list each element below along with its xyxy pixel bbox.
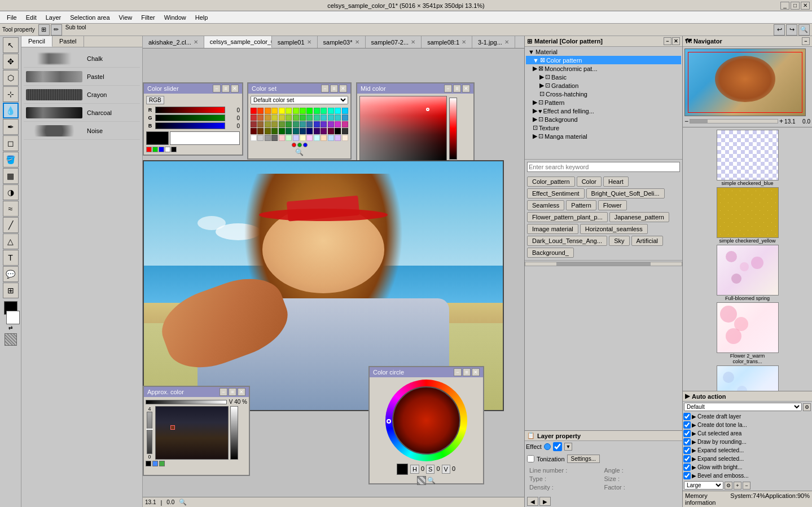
- tree-monochromic[interactable]: ▶ ⊠ Monochromic pat...: [526, 64, 681, 73]
- menu-filter[interactable]: Filter: [137, 13, 159, 22]
- color-cell-17[interactable]: [271, 114, 278, 121]
- menu-edit[interactable]: Edit: [21, 13, 41, 22]
- color-cell-59[interactable]: [271, 135, 278, 141]
- tool-line[interactable]: ╱: [3, 217, 19, 233]
- tag-background[interactable]: Background_: [527, 248, 574, 258]
- tab-akishake[interactable]: akishake_2.cl... ✕: [143, 36, 204, 48]
- color-cell-57[interactable]: [257, 135, 264, 141]
- color-toggle[interactable]: ⇄: [8, 325, 13, 330]
- brush-crayon[interactable]: Crayon: [24, 86, 140, 104]
- action-check-5[interactable]: [683, 455, 691, 462]
- color-cell-44[interactable]: [265, 128, 271, 134]
- tag-horizontal[interactable]: Horizontal_seamless: [580, 224, 648, 234]
- color-cell-24[interactable]: [321, 114, 327, 121]
- tag-color[interactable]: Color: [577, 177, 602, 187]
- toolbar-redo[interactable]: ↪: [786, 24, 797, 36]
- color-cell-53[interactable]: [328, 128, 334, 134]
- color-cell-43[interactable]: [257, 128, 264, 134]
- color-cell-5[interactable]: [286, 108, 292, 114]
- brush-pastel[interactable]: Pastel: [24, 68, 140, 86]
- quick-white[interactable]: [165, 147, 170, 152]
- close-btn[interactable]: ✕: [801, 2, 810, 10]
- tag-seamless[interactable]: Seamless: [527, 200, 564, 210]
- color-cell-41[interactable]: [342, 121, 348, 127]
- color-cell-32[interactable]: [279, 121, 285, 127]
- wheel-transparent[interactable]: [417, 476, 426, 485]
- color-cell-63[interactable]: [300, 135, 306, 141]
- menu-window[interactable]: Window: [160, 13, 191, 22]
- mid-side-bar[interactable]: [449, 98, 457, 160]
- wheel-icon-1[interactable]: 🔍: [427, 477, 436, 484]
- tool-select[interactable]: ↖: [3, 37, 19, 53]
- color-cell-20[interactable]: [293, 114, 299, 121]
- tool-blur[interactable]: ≈: [3, 201, 19, 217]
- color-cell-10[interactable]: [321, 108, 327, 114]
- tool-operation[interactable]: ⊞: [3, 283, 19, 298]
- thumb-gradation[interactable]: Gradation flower_cold color...: [685, 365, 810, 391]
- tab-sample03[interactable]: sample03* ✕: [318, 36, 366, 48]
- approx-green-swatch[interactable]: [159, 461, 165, 466]
- color-cell-36[interactable]: [306, 121, 313, 127]
- thumb-blue-checkered[interactable]: simple checkered_blue: [685, 130, 810, 186]
- color-cell-40[interactable]: [335, 121, 341, 127]
- action-tool-2[interactable]: +: [734, 482, 741, 490]
- tag-japanese[interactable]: Japanese_pattern: [609, 212, 669, 222]
- color-cell-42[interactable]: [251, 128, 257, 134]
- color-cell-15[interactable]: [257, 114, 264, 121]
- action-check-2[interactable]: [683, 430, 691, 437]
- color-cell-13[interactable]: [342, 108, 348, 114]
- thumb-flower-warm[interactable]: Flower 2_warm color_trans...: [685, 302, 810, 364]
- color-cell-22[interactable]: [306, 114, 313, 121]
- wheel-color-swatch[interactable]: [397, 464, 408, 475]
- tag-flower[interactable]: Flower: [598, 200, 627, 210]
- color-cell-14[interactable]: [251, 114, 257, 121]
- mid-color-close[interactable]: ✕: [462, 85, 470, 92]
- tab-pastel[interactable]: Pastel: [52, 36, 84, 47]
- color-set-menu[interactable]: ≡: [330, 85, 338, 92]
- action-expand-5[interactable]: ▶: [692, 456, 696, 462]
- color-set-close[interactable]: ✕: [339, 85, 347, 92]
- action-expand-6[interactable]: ▶: [692, 464, 696, 470]
- thumb-spring[interactable]: Full-bloomed spring: [685, 245, 810, 301]
- tree-texture[interactable]: ⊡ Texture: [526, 124, 681, 132]
- tag-sky[interactable]: Sky: [609, 236, 629, 246]
- action-expand-4[interactable]: ▶: [692, 447, 696, 453]
- tab-3-1[interactable]: 3-1.jpg... ✕: [472, 36, 515, 48]
- color-cell-34[interactable]: [293, 121, 299, 127]
- nav-zoom-out[interactable]: −: [684, 117, 688, 125]
- action-expand-1[interactable]: ▶: [692, 422, 696, 428]
- quick-black[interactable]: [171, 147, 177, 152]
- layer-prop-prev[interactable]: ◀: [527, 497, 538, 506]
- layer-prop-next[interactable]: ▶: [539, 497, 551, 506]
- tab-close-akishake[interactable]: ✕: [194, 39, 198, 45]
- blue-slider[interactable]: [155, 122, 225, 129]
- tool-lasso[interactable]: ⬡: [3, 70, 19, 86]
- tab-pencil[interactable]: Pencil: [21, 36, 52, 47]
- color-cell-21[interactable]: [300, 114, 306, 121]
- color-cell-46[interactable]: [279, 128, 285, 134]
- approx-v-bar[interactable]: [147, 412, 152, 454]
- color-cell-37[interactable]: [314, 121, 320, 127]
- action-check-4[interactable]: [683, 447, 691, 454]
- tree-manga[interactable]: ▶ ⊡ Manga material: [526, 132, 681, 140]
- menu-file[interactable]: File: [2, 13, 21, 22]
- tool-eyedrop[interactable]: 💧: [3, 103, 19, 118]
- action-check-6[interactable]: [683, 464, 691, 471]
- toolbar-undo[interactable]: ↩: [774, 24, 785, 36]
- color-cell-66[interactable]: [321, 135, 327, 141]
- color-cell-68[interactable]: [335, 135, 341, 141]
- action-tool-3[interactable]: −: [743, 482, 750, 490]
- color-cell-4[interactable]: [279, 108, 285, 114]
- action-expand-2[interactable]: ▶: [692, 430, 696, 437]
- color-cell-35[interactable]: [300, 121, 306, 127]
- color-cell-39[interactable]: [328, 121, 334, 127]
- tag-dark-loud[interactable]: Dark_Loud_Tense_Ang...: [527, 236, 607, 246]
- size-dropdown[interactable]: Large Medium Small: [684, 481, 723, 490]
- color-cell-1[interactable]: [257, 108, 264, 114]
- color-cell-50[interactable]: [306, 128, 313, 134]
- color-cell-26[interactable]: [335, 114, 341, 121]
- color-cell-18[interactable]: [279, 114, 285, 121]
- color-cell-28[interactable]: [251, 121, 257, 127]
- color-cell-47[interactable]: [286, 128, 292, 134]
- color-cell-33[interactable]: [286, 121, 292, 127]
